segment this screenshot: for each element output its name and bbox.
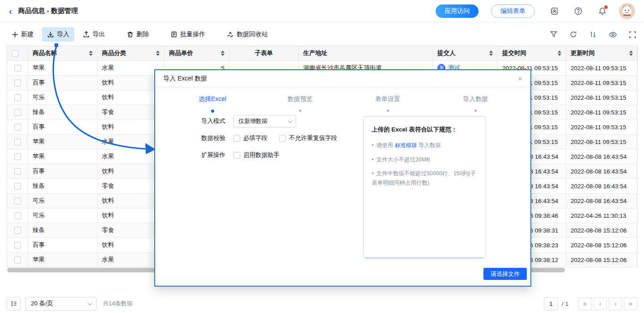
filter-icon[interactable] xyxy=(549,30,559,39)
cell-update_time: 2022-08-11 09:53:15 xyxy=(566,135,638,149)
bullet-icon: • xyxy=(372,156,373,163)
sort-order-icon[interactable] xyxy=(588,30,598,39)
row-checkbox[interactable] xyxy=(14,198,21,204)
page-title: 商品信息 - 数据管理 xyxy=(18,7,78,15)
refresh-icon[interactable] xyxy=(568,30,578,39)
step-label: 选择Excel xyxy=(169,95,256,103)
row-checkbox[interactable] xyxy=(14,109,21,116)
prev-page-button[interactable]: ‹ xyxy=(593,297,607,310)
cell-name: 百事 xyxy=(28,164,97,178)
row-select-cell xyxy=(7,179,28,193)
app-access-button[interactable]: 应用访问 xyxy=(436,4,479,18)
topbar-actions: 应用访问 编辑表单 xyxy=(436,3,635,19)
option-checkbox[interactable] xyxy=(233,135,240,142)
column-label: 提交时间 xyxy=(502,49,526,57)
row-checkbox[interactable] xyxy=(14,212,21,219)
import-button[interactable]: 导入 xyxy=(42,27,74,42)
rows-per-page-select[interactable]: 20 条/页 xyxy=(25,297,97,311)
cell-name: 可乐 xyxy=(28,90,97,105)
notification-bell-icon[interactable] xyxy=(597,6,607,16)
option-checkbox-item[interactable]: 不允许重复值字段 xyxy=(279,134,337,142)
row-checkbox[interactable] xyxy=(14,168,21,175)
sort-icon[interactable] xyxy=(89,51,93,56)
column-header-category: 商品分类 xyxy=(97,46,165,60)
row-checkbox[interactable] xyxy=(14,139,21,145)
column-header-price: 商品单价 xyxy=(165,46,229,60)
row-checkbox[interactable] xyxy=(14,183,21,190)
toolbar: 新建 导入 导出 删除 批量操作 数据回收站 xyxy=(7,25,637,44)
visibility-eye-icon[interactable] xyxy=(608,30,618,39)
pagination-bar: 20 条/页 共14条数据 / 1 «‹›» xyxy=(7,296,637,311)
sort-icon[interactable] xyxy=(629,51,633,56)
fullscreen-icon[interactable] xyxy=(627,30,637,39)
row-checkbox[interactable] xyxy=(14,94,21,101)
row-height-button[interactable] xyxy=(7,297,21,311)
step-dot-icon xyxy=(211,110,214,113)
row-checkbox[interactable] xyxy=(14,242,21,249)
step-label: 表单设置 xyxy=(344,95,432,103)
cell-name: 苹果 xyxy=(28,253,97,267)
first-page-button[interactable]: « xyxy=(578,297,592,310)
row-height-icon xyxy=(10,300,17,307)
cell-update_time: 2022-08-11 09:53:15 xyxy=(566,90,638,105)
delete-button[interactable]: 删除 xyxy=(122,27,154,42)
spec-text: 文件大小不超过20MB xyxy=(376,156,430,163)
data-validation-row: 数据校验 必填字段不允许重复值字段 xyxy=(201,132,349,144)
toolbar-view-actions xyxy=(549,30,637,39)
select-all-cell xyxy=(7,46,28,60)
option-label: 启用数据助手 xyxy=(243,151,280,159)
row-select-cell xyxy=(7,76,28,90)
column-label: 商品分类 xyxy=(102,49,126,57)
back-icon[interactable]: ‹ xyxy=(9,7,12,16)
wizard-step[interactable]: 导入数据 xyxy=(432,95,519,113)
template-link[interactable]: 标准模版 xyxy=(394,142,417,148)
row-select-cell xyxy=(7,90,28,105)
batch-operation-button[interactable]: 批量操作 xyxy=(165,27,210,42)
new-button[interactable]: 新建 xyxy=(7,27,38,42)
close-icon[interactable]: × xyxy=(517,75,522,83)
row-checkbox[interactable] xyxy=(14,153,21,160)
cell-name: 百事 xyxy=(28,120,97,134)
last-page-button[interactable]: » xyxy=(624,297,637,310)
user-avatar[interactable] xyxy=(619,3,635,19)
column-header-submitter: 提交人 xyxy=(433,46,498,60)
row-select-cell xyxy=(7,194,28,208)
option-checkbox[interactable] xyxy=(279,135,286,142)
option-checkbox[interactable] xyxy=(233,152,240,159)
extend-options: 启用数据助手 xyxy=(233,151,291,159)
select-all-checkbox[interactable] xyxy=(12,50,18,57)
row-checkbox[interactable] xyxy=(14,257,21,263)
wizard-step[interactable]: 选择Excel xyxy=(169,95,256,113)
cell-name: 辣条 xyxy=(28,223,97,237)
row-checkbox[interactable] xyxy=(14,65,21,72)
sort-icon[interactable] xyxy=(489,51,493,56)
cell-update_time: 2022-08-08 16:43:54 xyxy=(566,149,638,164)
step-label: 导入数据 xyxy=(432,95,519,103)
row-checkbox[interactable] xyxy=(14,124,21,131)
upload-spec-title: 上传的 Excel 表符合以下规范： xyxy=(372,126,478,134)
wizard-step[interactable]: 数据预览 xyxy=(256,95,344,113)
notification-dot xyxy=(604,5,608,9)
row-checkbox[interactable] xyxy=(14,80,21,86)
edit-form-button[interactable]: 编辑表单 xyxy=(491,4,535,18)
sort-icon[interactable] xyxy=(558,51,561,56)
sort-icon[interactable] xyxy=(221,51,225,56)
option-checkbox-item[interactable]: 必填字段 xyxy=(233,134,267,142)
page-number-input[interactable] xyxy=(544,297,558,310)
export-icon xyxy=(83,31,90,38)
option-checkbox-item[interactable]: 启用数据助手 xyxy=(233,151,280,159)
choose-file-button[interactable]: 请选择文件 xyxy=(483,268,527,280)
wizard-step[interactable]: 表单设置 xyxy=(344,95,432,113)
spec-text: 请使用 xyxy=(376,142,394,148)
help-icon[interactable] xyxy=(573,6,583,16)
next-page-button[interactable]: › xyxy=(609,297,622,310)
export-button[interactable]: 导出 xyxy=(78,27,110,42)
recycle-bin-button[interactable]: 数据回收站 xyxy=(222,27,273,42)
sort-icon[interactable] xyxy=(156,51,160,56)
import-mode-label: 导入模式 xyxy=(201,117,227,125)
row-checkbox[interactable] xyxy=(14,227,21,234)
import-mode-select[interactable]: 仅新增数据 xyxy=(233,115,296,127)
cell-name: 苹果 xyxy=(28,61,97,75)
address-book-icon[interactable] xyxy=(549,6,559,16)
pager-controls: / 1 «‹›» xyxy=(544,297,637,310)
